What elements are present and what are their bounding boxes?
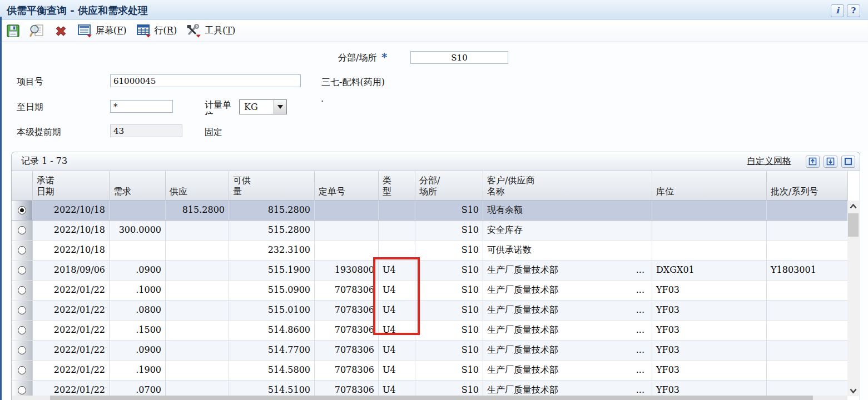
table-row: 2022/10/18815.2800815.2800S10现有余额 — [12, 201, 848, 221]
cell-branch: S10 — [415, 201, 483, 220]
cell-supply — [166, 341, 229, 360]
window-left-border — [0, 17, 2, 400]
cell-lot — [767, 241, 848, 260]
thru-date-label: 至日期 — [17, 102, 43, 113]
col-header-branch[interactable]: 分部/ 场所 — [415, 171, 483, 200]
info-button[interactable]: i — [831, 4, 844, 17]
uom-label: 计量单位 — [205, 99, 235, 115]
export-up-button[interactable] — [806, 156, 820, 168]
grid-top-bar: 记录 1 - 73 自定义网格 — [12, 152, 860, 171]
chevron-down-icon — [277, 105, 283, 109]
col-header-commit_date[interactable]: 承诺 日期 — [33, 171, 110, 200]
cell-commit_date: 2022/01/22 — [33, 381, 110, 396]
col-header-order_type[interactable]: 类 型 — [379, 171, 415, 200]
app-window: 供需平衡查询 - 供应和需求处理 i ? 屏幕(F)行(R)工具(T) 分部/场… — [0, 0, 868, 400]
row-select-cell — [12, 301, 33, 320]
row-radio[interactable] — [18, 286, 26, 294]
cell-available: 514.7700 — [229, 341, 315, 360]
col-header-customer[interactable]: 客户/供应商 名称 — [483, 171, 652, 200]
branch-plant-input[interactable] — [410, 51, 508, 64]
arrow-down-box-icon — [826, 157, 835, 166]
cell-branch: S10 — [415, 341, 483, 360]
table-row: 2022/01/22.1500514.86007078306U4S10生产厂质量… — [12, 321, 848, 341]
customer-name: 生产厂质量技术部 — [487, 381, 558, 396]
customer-name: 安全库存 — [487, 221, 523, 240]
title-bar: 供需平衡查询 - 供应和需求处理 i ? — [0, 0, 868, 20]
thru-date-input[interactable] — [110, 100, 173, 113]
menu-form[interactable]: 屏幕(F) — [77, 24, 127, 38]
cell-supply — [166, 301, 229, 320]
row-radio[interactable] — [18, 346, 26, 354]
col-header-demand[interactable]: 需求 — [110, 171, 166, 200]
cell-demand: .0900 — [110, 261, 166, 280]
cell-supply — [166, 221, 229, 240]
row-radio[interactable] — [18, 226, 26, 234]
uom-dropdown-button[interactable] — [274, 100, 286, 114]
cell-lot — [767, 321, 848, 340]
row-radio[interactable] — [18, 386, 26, 394]
cell-branch: S10 — [415, 381, 483, 396]
customer-more-ellipsis: ... — [636, 341, 644, 360]
row-radio[interactable] — [18, 306, 26, 314]
customer-name: 生产厂质量技术部 — [487, 261, 558, 280]
cell-order_type: U4 — [379, 341, 415, 360]
col-header-lot[interactable]: 批次/系列号 — [767, 171, 848, 200]
cell-order_no — [315, 241, 379, 260]
row-radio[interactable] — [18, 326, 26, 334]
vertical-scrollbar[interactable] — [847, 201, 859, 396]
horizontal-scrollbar[interactable] — [12, 396, 847, 400]
vertical-scroll-thumb[interactable] — [848, 213, 859, 237]
col-header-available[interactable]: 可供 量 — [229, 171, 315, 200]
table-row: 2022/01/22.1900514.58007078306U4S10生产厂质量… — [12, 361, 848, 381]
horizontal-scroll-thumb[interactable] — [50, 396, 813, 400]
row-radio[interactable] — [18, 366, 26, 374]
item-number-input[interactable] — [110, 74, 301, 87]
item-description-2: . — [321, 93, 324, 104]
cell-available: 232.3100 — [229, 241, 315, 260]
cell-demand: .0800 — [110, 301, 166, 320]
menu-tools[interactable]: 工具(T) — [186, 24, 235, 38]
export-down-button[interactable] — [824, 156, 837, 168]
cell-customer: 安全库存 — [483, 221, 652, 240]
cell-customer: 生产厂质量技术部... — [483, 261, 652, 280]
cell-customer: 生产厂质量技术部... — [483, 301, 652, 320]
cell-supply — [166, 381, 229, 396]
row-radio[interactable] — [18, 246, 26, 254]
row-select-cell — [12, 361, 33, 380]
chevron-down-icon — [850, 388, 857, 393]
cell-order_no — [315, 201, 379, 220]
cell-commit_date: 2022/01/22 — [33, 281, 110, 300]
menu-form-label: 屏幕(F) — [96, 25, 127, 37]
cell-available: 514.5800 — [229, 361, 315, 380]
cell-order_type: U4 — [379, 361, 415, 380]
row-radio[interactable] — [18, 266, 26, 274]
cell-order_no: 7078306 — [315, 341, 379, 360]
table-row: 2022/10/18300.0000515.2800S10安全库存 — [12, 221, 848, 241]
col-header-order_no[interactable]: 定单号 — [315, 171, 379, 200]
square-icon — [844, 157, 852, 166]
cell-order_type — [379, 241, 415, 260]
menu-row[interactable]: 行(R) — [136, 24, 177, 38]
cell-customer: 生产厂质量技术部... — [483, 321, 652, 340]
help-button[interactable]: ? — [847, 4, 860, 17]
cell-available: 515.0100 — [229, 301, 315, 320]
cell-commit_date: 2022/10/18 — [33, 221, 110, 240]
find-button[interactable] — [29, 24, 44, 38]
cell-order_type: U4 — [379, 321, 415, 340]
cell-order_type: U4 — [379, 301, 415, 320]
scroll-up-button[interactable] — [847, 201, 859, 212]
save-button[interactable] — [7, 24, 19, 37]
maximize-grid-button[interactable] — [841, 156, 855, 168]
cell-supply — [166, 281, 229, 300]
scroll-down-button[interactable] — [847, 385, 859, 396]
cell-available: 515.0900 — [229, 281, 315, 300]
customize-grid-link[interactable]: 自定义网格 — [747, 156, 791, 167]
table-row: 2018/09/06.0900515.19001930800U4S10生产厂质量… — [12, 261, 848, 281]
cell-commit_date: 2022/10/18 — [33, 201, 110, 220]
close-button[interactable] — [54, 24, 68, 38]
customer-name: 现有余额 — [487, 201, 523, 220]
row-radio[interactable] — [18, 206, 26, 214]
uom-select[interactable]: KG — [239, 99, 287, 114]
col-header-supply[interactable]: 供应 — [166, 171, 229, 200]
col-header-location[interactable]: 库位 — [652, 171, 767, 200]
